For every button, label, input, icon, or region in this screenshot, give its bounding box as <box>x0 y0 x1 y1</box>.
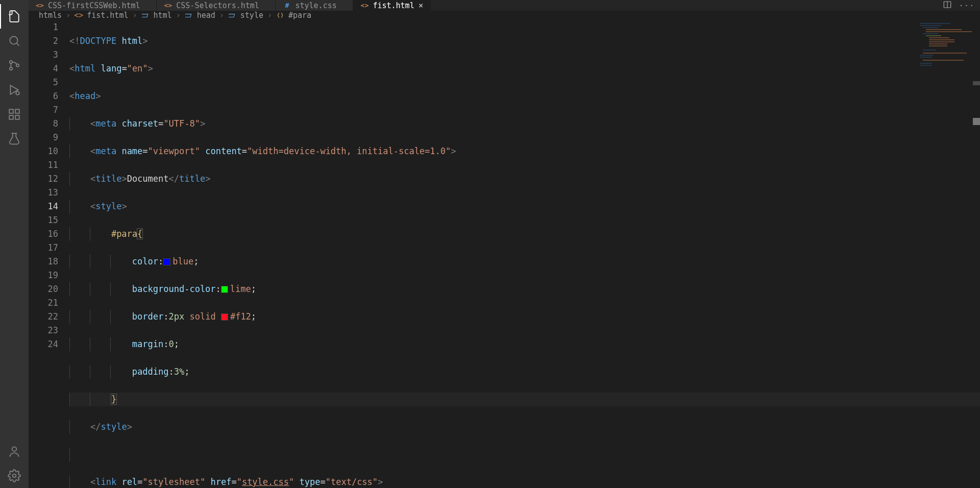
html-file-icon: <> <box>360 2 369 10</box>
svg-point-0 <box>10 36 17 44</box>
extensions-icon[interactable] <box>0 102 29 127</box>
html-file-icon: <> <box>75 11 83 19</box>
svg-point-4 <box>16 91 19 95</box>
chevron-right-icon: › <box>267 11 272 20</box>
svg-point-9 <box>12 447 17 451</box>
tab-label: CSS-Selectors.html <box>176 1 259 10</box>
tab-style-css[interactable]: # style.css × <box>276 0 353 11</box>
svg-point-2 <box>10 67 12 70</box>
minimap[interactable] <box>917 22 973 93</box>
css-file-icon: # <box>283 2 291 10</box>
line-number-gutter: 1 2 3 4 5 6 7 8 9 10 11 12 13 14 15 16 1… <box>29 20 69 488</box>
tab-actions: ··· <box>943 0 980 11</box>
accounts-icon[interactable] <box>0 439 29 463</box>
svg-point-3 <box>16 64 19 66</box>
chevron-right-icon: › <box>66 11 70 20</box>
tab-css-selectors[interactable]: <> CSS-Selectors.html × <box>157 0 276 11</box>
tab-css-firstcssweb[interactable]: <> CSS-firstCSSWeb.html × <box>29 0 157 11</box>
tab-label: fist.html <box>373 1 414 10</box>
tab-label: style.css <box>295 1 336 10</box>
activity-bar <box>0 0 29 488</box>
symbol-icon <box>276 11 284 19</box>
tab-fist-html[interactable]: <> fist.html × <box>353 0 431 11</box>
svg-rect-13 <box>185 14 191 17</box>
html-file-icon: <> <box>164 2 172 10</box>
breadcrumb-item[interactable]: htmls <box>39 11 62 20</box>
symbol-icon <box>141 11 150 19</box>
app-root: <> CSS-firstCSSWeb.html × <> CSS-Selecto… <box>0 0 980 488</box>
breadcrumb-item[interactable]: style <box>240 11 263 20</box>
breadcrumb-item[interactable]: #para <box>288 11 311 20</box>
chevron-right-icon: › <box>219 11 224 20</box>
run-debug-icon[interactable] <box>0 78 29 102</box>
editor[interactable]: 1 2 3 4 5 6 7 8 9 10 11 12 13 14 15 16 1… <box>29 20 980 488</box>
color-swatch <box>221 286 228 293</box>
breadcrumb[interactable]: htmls › <> fist.html › html › head › sty… <box>29 11 980 20</box>
testing-icon[interactable] <box>0 127 29 151</box>
breadcrumb-item[interactable]: head <box>197 11 215 20</box>
svg-rect-7 <box>9 115 13 119</box>
close-icon[interactable]: × <box>419 1 424 10</box>
more-actions-icon[interactable]: ··· <box>959 2 975 10</box>
svg-rect-14 <box>229 14 235 17</box>
svg-rect-12 <box>142 14 148 17</box>
explorer-icon[interactable] <box>0 4 29 29</box>
source-control-icon[interactable] <box>0 53 29 78</box>
overview-ruler[interactable] <box>973 20 980 488</box>
search-icon[interactable] <box>0 29 29 53</box>
svg-rect-8 <box>15 115 19 119</box>
symbol-icon <box>228 11 236 19</box>
svg-rect-6 <box>15 109 19 113</box>
editor-tabs: <> CSS-firstCSSWeb.html × <> CSS-Selecto… <box>29 0 980 11</box>
color-swatch <box>221 313 228 321</box>
tab-label: CSS-firstCSSWeb.html <box>48 1 140 10</box>
symbol-icon <box>185 11 193 19</box>
svg-point-1 <box>10 61 12 63</box>
breadcrumb-item[interactable]: fist.html <box>87 11 128 20</box>
breadcrumb-item[interactable]: html <box>154 11 172 20</box>
html-file-icon: <> <box>36 2 44 10</box>
svg-rect-5 <box>9 109 13 113</box>
color-swatch <box>163 258 170 265</box>
chevron-right-icon: › <box>132 11 137 20</box>
settings-gear-icon[interactable] <box>0 463 29 488</box>
svg-point-10 <box>13 474 16 478</box>
code-content[interactable]: <!DOCTYPE html> <html lang="en"> <head> … <box>69 20 980 488</box>
chevron-right-icon: › <box>176 11 181 20</box>
main-area: <> CSS-firstCSSWeb.html × <> CSS-Selecto… <box>29 0 980 488</box>
split-editor-icon[interactable] <box>943 0 952 11</box>
